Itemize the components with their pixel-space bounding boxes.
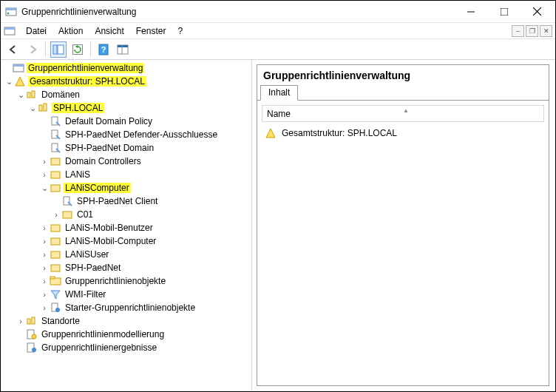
expander-icon[interactable]: ⌄: [4, 77, 14, 87]
back-button[interactable]: [5, 41, 21, 58]
expander-icon[interactable]: ›: [39, 250, 50, 259]
close-button[interactable]: [521, 1, 554, 22]
tree-sites[interactable]: › Standorte: [1, 314, 251, 328]
menu-window[interactable]: Fenster: [130, 26, 172, 36]
svg-point-42: [32, 334, 36, 339]
sort-ascending-icon: ▲: [403, 107, 409, 114]
app-icon: [5, 6, 17, 18]
tree-domain[interactable]: ⌄ SPH.LOCAL: [1, 101, 251, 115]
svg-rect-18: [13, 64, 24, 67]
menu-file[interactable]: Datei: [20, 26, 52, 36]
tree-ou-sphpaednet[interactable]: › SPH-PaedNet: [1, 261, 251, 274]
svg-rect-24: [52, 130, 58, 138]
tree-ou-dc[interactable]: › Domain Controllers: [1, 155, 251, 168]
show-tree-button[interactable]: [50, 41, 67, 58]
expander-icon[interactable]: ›: [16, 317, 26, 325]
tree-gpo-defender[interactable]: SPH-PaedNet Defender-Ausschluesse: [1, 128, 251, 141]
domains-icon: [26, 89, 38, 101]
node-label: Standorte: [40, 316, 81, 326]
tree-ou-laniscomputer[interactable]: ⌄ LANiSComputer: [1, 181, 251, 195]
expander-icon[interactable]: ›: [39, 170, 50, 179]
maximize-button[interactable]: [487, 1, 521, 22]
wmi-filter-icon: [50, 288, 61, 300]
svg-rect-9: [53, 45, 57, 54]
tree-ou-mobilcom[interactable]: › LANiS-Mobil-Computer: [1, 234, 251, 248]
tree-gpo-container[interactable]: › Gruppenrichtlinienobjekte: [1, 274, 251, 288]
ou-icon: [61, 209, 73, 220]
refresh-button[interactable]: [70, 41, 86, 58]
list-header[interactable]: Name ▲: [262, 105, 544, 122]
gpo-label: SPH-PaedNet Client: [75, 196, 159, 206]
ou-label: LANiS-Mobil-Benutzer: [64, 223, 155, 233]
expander-icon[interactable]: ›: [51, 210, 61, 219]
tree-gpo-paednet-domain[interactable]: SPH-PaedNet Domain: [1, 141, 251, 155]
column-name[interactable]: Name: [267, 109, 291, 119]
tree-ou-lanisuser[interactable]: › LANiSUser: [1, 248, 251, 261]
tree-gpo-paednet-client[interactable]: SPH-PaedNet Client: [1, 195, 251, 208]
ou-icon: [50, 222, 61, 234]
tree-pane[interactable]: Gruppenrichtlinienverwaltung ⌄ Gesamtstr…: [1, 60, 252, 391]
svg-rect-8: [4, 27, 15, 30]
gpo-link-icon: [50, 115, 61, 127]
expander-icon[interactable]: ⌄: [39, 183, 50, 193]
forest-icon: [265, 127, 277, 139]
tree-modeling[interactable]: Gruppenrichtlinienmodellierung: [1, 328, 251, 341]
window-title: Gruppenrichtlinienverwaltung: [21, 7, 454, 17]
expander-icon[interactable]: ›: [39, 223, 50, 232]
folder-icon: [50, 275, 61, 287]
expander-icon[interactable]: ›: [39, 303, 50, 312]
svg-rect-34: [51, 265, 60, 271]
svg-rect-30: [63, 212, 72, 218]
forward-button[interactable]: [24, 41, 41, 58]
svg-rect-19: [27, 92, 30, 98]
svg-rect-29: [64, 197, 70, 205]
expander-icon[interactable]: ›: [39, 263, 50, 272]
list-item[interactable]: Gesamtstruktur: SPH.LOCAL: [262, 126, 544, 140]
expander-icon[interactable]: ›: [39, 157, 50, 166]
tree-ou-lanis[interactable]: › LANiS: [1, 168, 251, 181]
tab-content[interactable]: Inhalt: [260, 85, 298, 101]
mdi-restore-button[interactable]: ❐: [526, 25, 538, 37]
expander-icon[interactable]: ›: [39, 237, 50, 246]
svg-rect-10: [58, 45, 64, 54]
svg-text:?: ?: [101, 45, 106, 54]
results-icon: [26, 342, 38, 354]
tree-ou-c01[interactable]: › C01: [1, 208, 251, 221]
tree-root[interactable]: Gruppenrichtlinienverwaltung: [1, 61, 251, 75]
svg-rect-40: [32, 317, 35, 324]
mdi-close-button[interactable]: ✕: [540, 25, 552, 37]
node-label: WMI-Filter: [64, 289, 107, 300]
tree-starter[interactable]: › Starter-Gruppenrichtlinienobjekte: [1, 301, 251, 314]
ou-label: LANiS-Mobil-Computer: [64, 236, 157, 246]
menu-help[interactable]: ?: [172, 26, 189, 36]
svg-rect-23: [52, 117, 58, 125]
expander-icon[interactable]: ›: [39, 277, 50, 285]
svg-rect-21: [39, 105, 42, 111]
expander-icon[interactable]: ⌄: [16, 90, 26, 100]
node-label: Gruppenrichtlinienmodellierung: [40, 329, 166, 339]
minimize-button[interactable]: [454, 1, 487, 22]
svg-rect-31: [51, 225, 60, 232]
tree-gpo-ddp[interactable]: Default Domain Policy: [1, 115, 251, 128]
ou-icon: [50, 262, 61, 274]
gpo-label: SPH-PaedNet Domain: [64, 143, 155, 153]
mdi-minimize-button[interactable]: –: [512, 25, 524, 37]
svg-rect-27: [51, 172, 60, 178]
tree-forest[interactable]: ⌄ Gesamtstruktur: SPH.LOCAL: [1, 75, 251, 88]
menu-action[interactable]: Aktion: [52, 26, 89, 36]
details-button[interactable]: [115, 41, 131, 58]
tree-results[interactable]: Gruppenrichtlinienergebnisse: [1, 341, 251, 354]
expander-icon[interactable]: ⌄: [27, 104, 38, 113]
expander-icon[interactable]: ›: [39, 290, 50, 299]
tree-domains[interactable]: ⌄ Domänen: [1, 88, 251, 101]
starter-gpo-icon: [50, 302, 61, 314]
tree-ou-mobilben[interactable]: › LANiS-Mobil-Benutzer: [1, 221, 251, 234]
ou-icon: [50, 235, 61, 247]
svg-rect-26: [51, 158, 60, 165]
svg-rect-39: [27, 319, 30, 324]
ou-icon: [50, 169, 61, 180]
detail-pane: Gruppenrichtlinienverwaltung Inhalt Name…: [252, 60, 555, 391]
help-button[interactable]: ?: [95, 41, 112, 58]
tree-wmi[interactable]: › WMI-Filter: [1, 288, 251, 301]
menu-view[interactable]: Ansicht: [89, 26, 129, 36]
